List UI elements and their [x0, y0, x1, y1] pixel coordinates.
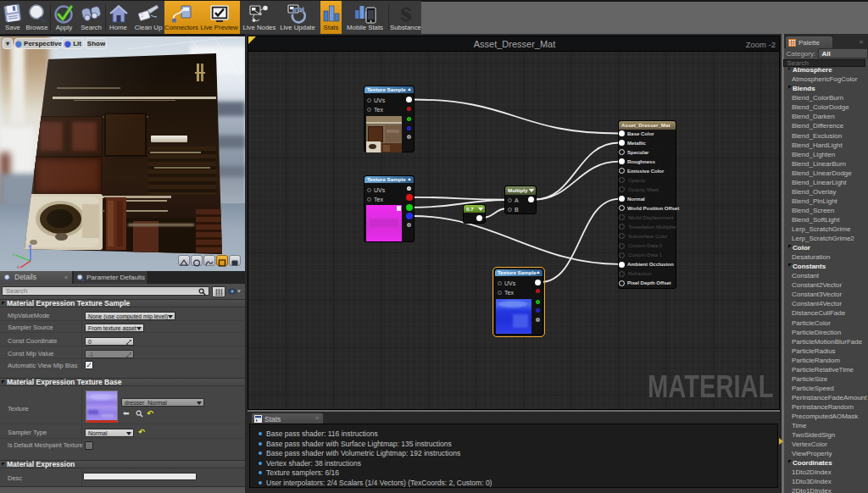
svg-text:z: z: [28, 243, 31, 248]
svg-text:x: x: [17, 264, 19, 269]
svg-text:y: y: [12, 252, 14, 257]
